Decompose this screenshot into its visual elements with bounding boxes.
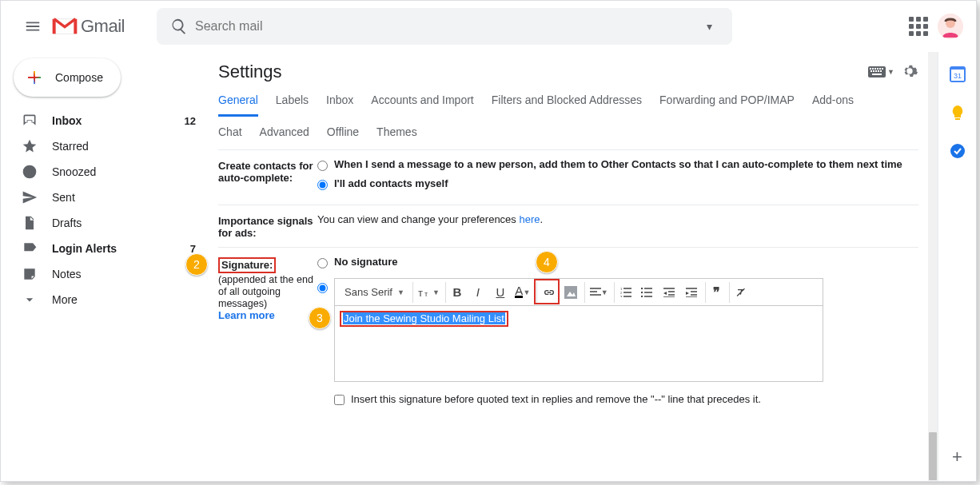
svg-rect-6 [877,68,878,70]
file-icon [22,215,38,231]
contacts-option-manual[interactable]: I'll add contacts myself [317,177,918,190]
numbered-list-button[interactable]: 123 [614,282,635,303]
nav-sent[interactable]: Sent [7,185,205,210]
text-color-button[interactable]: A▼ [512,282,533,303]
custom-signature-option[interactable] [317,283,328,293]
tab-themes[interactable]: Themes [376,125,417,146]
clock-icon [22,164,38,180]
svg-rect-12 [878,70,879,72]
svg-point-31 [950,144,965,158]
svg-rect-8 [882,68,883,70]
underline-button[interactable]: U [490,282,511,303]
search-icon[interactable] [163,18,195,35]
signature-setting-label: Signature: [218,257,276,273]
tab-forwarding-and-pop-imap[interactable]: Forwarding and POP/IMAP [659,93,795,117]
tab-add-ons[interactable]: Add-ons [812,93,854,117]
star-icon [22,138,38,154]
nav-starred[interactable]: Starred [7,133,205,159]
tab-offline[interactable]: Offline [327,125,359,146]
signature-text: Join the Sewing Studio Mailing List [343,312,505,324]
annotation-4: 4 [536,251,558,273]
svg-text:3: 3 [620,295,623,297]
svg-point-23 [641,291,643,292]
importance-setting-label: Importance signals for ads: [218,213,317,239]
search-options-dropdown[interactable]: ▾ [694,20,726,33]
input-tools-button[interactable]: ▼ [868,66,894,78]
gmail-logo[interactable]: Gmail [52,16,125,37]
main-menu-button[interactable] [14,7,52,46]
svg-text:т: т [424,290,428,298]
insert-link-button[interactable] [536,282,559,303]
inbox-icon [22,113,38,129]
tasks-icon[interactable] [950,143,966,159]
account-avatar[interactable] [938,14,963,39]
nav-login-alerts[interactable]: Login Alerts7 [7,236,205,261]
svg-rect-11 [875,70,877,72]
font-size-button[interactable]: тт▼ [412,282,442,303]
svg-rect-30 [955,118,960,120]
tab-chat[interactable]: Chat [218,125,242,146]
search-bar[interactable]: ▾ [157,8,732,45]
content-scrollbar[interactable] [928,52,938,481]
insert-image-button[interactable] [560,282,581,303]
signature-learn-more-link[interactable]: Learn more [218,309,275,321]
svg-rect-17 [564,286,577,299]
send-icon [22,189,38,205]
google-apps-button[interactable] [909,17,928,36]
quote-button[interactable]: ❞ [705,282,726,303]
svg-rect-5 [874,68,876,70]
tab-filters-and-blocked-addresses[interactable]: Filters and Blocked Addresses [492,93,642,117]
svg-rect-13 [880,70,882,72]
svg-point-24 [641,295,643,296]
sidebar: Compose Inbox12StarredSnoozedSentDraftsL… [1,52,205,481]
bold-button[interactable]: B [445,282,466,303]
tab-advanced[interactable]: Advanced [260,125,309,146]
svg-point-22 [641,288,643,289]
svg-rect-7 [879,68,881,70]
svg-rect-14 [872,74,882,75]
svg-text:31: 31 [953,72,961,80]
no-signature-option[interactable]: No signature [317,256,918,268]
side-panel: 31 + [938,52,976,481]
svg-rect-3 [870,68,871,70]
contacts-setting-label: Create contacts for auto-complete: [218,158,317,197]
search-input[interactable] [195,19,694,34]
page-title: Settings [218,62,282,82]
svg-marker-26 [686,292,689,295]
note-icon [22,266,38,282]
tab-inbox[interactable]: Inbox [326,93,353,117]
nav-snoozed[interactable]: Snoozed [7,159,205,185]
nav-inbox[interactable]: Inbox12 [7,108,205,133]
calendar-icon[interactable]: 31 [950,66,966,82]
align-button[interactable]: ▼ [584,282,611,303]
tab-labels[interactable]: Labels [276,93,309,117]
svg-text:т: т [418,287,423,298]
tab-general[interactable]: General [218,93,258,117]
nav-more[interactable]: More [7,287,205,312]
signature-editor[interactable]: Join the Sewing Studio Mailing List [334,305,823,382]
indent-more-button[interactable] [681,282,702,303]
bullet-list-button[interactable] [636,282,657,303]
nav-drafts[interactable]: Drafts [7,210,205,236]
font-family-select[interactable]: Sans Serif▼ [338,286,409,298]
importance-prefs-link[interactable]: here [519,213,540,225]
italic-button[interactable]: I [468,282,488,303]
remove-formatting-button[interactable] [729,282,750,303]
get-addons-button[interactable]: + [950,449,966,465]
nav-notes[interactable]: Notes [7,261,205,287]
tab-accounts-and-import[interactable]: Accounts and Import [371,93,473,117]
settings-gear-button[interactable] [901,62,918,82]
main-content: Settings ▼ GeneralLabelsInboxAccounts an… [205,52,938,481]
more-icon [22,292,38,308]
annotation-2: 2 [185,253,208,276]
indent-less-button[interactable] [659,282,679,303]
logo-text: Gmail [81,16,125,37]
svg-marker-25 [663,292,667,295]
compose-label: Compose [55,71,103,84]
compose-button[interactable]: Compose [14,58,121,97]
signature-before-quote-checkbox[interactable]: Insert this signature before quoted text… [334,393,823,405]
annotation-3: 3 [309,307,331,329]
keep-icon[interactable] [950,105,966,121]
contacts-option-auto[interactable]: When I send a message to a new person, a… [317,158,918,171]
svg-rect-9 [870,70,872,72]
